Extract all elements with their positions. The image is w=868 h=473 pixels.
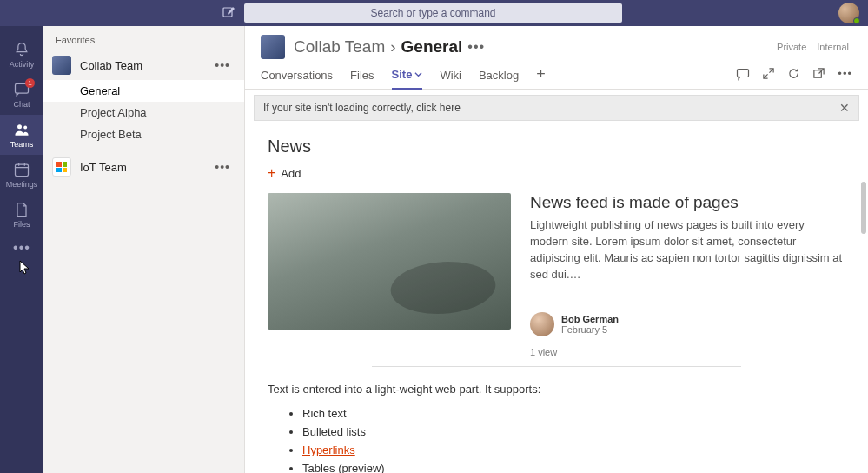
rail-chat[interactable]: 1 Chat bbox=[0, 75, 43, 115]
channel-header: Collab Team › General ••• Private Intern… bbox=[245, 26, 868, 59]
channel-general[interactable]: General bbox=[43, 80, 244, 102]
team-more-icon[interactable]: ••• bbox=[209, 160, 235, 174]
team-more-icon[interactable]: ••• bbox=[209, 58, 235, 72]
channel-avatar-icon bbox=[261, 35, 285, 59]
team-iot[interactable]: IoT Team ••• bbox=[43, 152, 244, 182]
close-icon[interactable]: ✕ bbox=[839, 101, 850, 115]
breadcrumb-team[interactable]: Collab Team bbox=[294, 37, 385, 57]
news-article[interactable]: News feed is made of pages Lightweight p… bbox=[268, 193, 845, 357]
chevron-down-icon bbox=[414, 70, 422, 78]
teams-sidebar: Favorites Collab Team ••• General Projec… bbox=[43, 26, 245, 473]
author-name: Bob German bbox=[561, 314, 619, 324]
tab-files[interactable]: Files bbox=[350, 65, 374, 89]
article-thumbnail bbox=[268, 193, 511, 330]
sidebar-header: Favorites bbox=[43, 26, 244, 50]
article-author: Bob German February 5 bbox=[530, 312, 845, 336]
hyperlinks-link[interactable]: Hyperlinks bbox=[302, 443, 355, 456]
add-label: Add bbox=[281, 167, 301, 180]
compose-icon[interactable] bbox=[222, 6, 235, 20]
breadcrumb-channel: General bbox=[401, 37, 463, 57]
article-title: News feed is made of pages bbox=[530, 193, 845, 212]
presence-indicator bbox=[853, 17, 860, 24]
news-heading: News bbox=[268, 137, 845, 157]
team-avatar-icon bbox=[52, 56, 71, 75]
list-item: Tables (preview) bbox=[302, 459, 845, 473]
svg-point-2 bbox=[17, 124, 22, 129]
badge-private: Private bbox=[773, 41, 810, 53]
divider bbox=[372, 366, 741, 367]
svg-rect-5 bbox=[738, 70, 749, 77]
webpart-intro: Text is entered into a light-weight web … bbox=[268, 383, 845, 396]
info-banner[interactable]: If your site isn't loading correctly, cl… bbox=[254, 95, 859, 121]
team-name: Collab Team bbox=[80, 59, 201, 72]
team-name: IoT Team bbox=[80, 161, 201, 174]
rail-files[interactable]: Files bbox=[0, 195, 43, 235]
article-views: 1 view bbox=[530, 347, 845, 357]
rail-label: Meetings bbox=[6, 180, 38, 189]
rail-label: Chat bbox=[13, 100, 30, 109]
rail-meetings[interactable]: Meetings bbox=[0, 155, 43, 195]
rail-label: Files bbox=[13, 220, 30, 229]
list-item: Hyperlinks bbox=[302, 441, 845, 459]
channel-project-beta[interactable]: Project Beta bbox=[43, 123, 244, 145]
tab-content: News + Add News feed is made of pages Li… bbox=[245, 121, 868, 473]
breadcrumb: Collab Team › General ••• bbox=[294, 37, 485, 57]
refresh-icon[interactable] bbox=[787, 67, 800, 81]
rail-more-icon[interactable]: ••• bbox=[13, 240, 30, 256]
scrollbar-thumb[interactable] bbox=[861, 182, 866, 234]
expand-icon[interactable] bbox=[762, 67, 775, 81]
chevron-right-icon: › bbox=[390, 37, 395, 57]
rail-label: Teams bbox=[10, 140, 34, 149]
add-tab-button[interactable]: + bbox=[536, 65, 546, 89]
breadcrumb-more-icon[interactable]: ••• bbox=[467, 39, 485, 55]
plus-icon: + bbox=[268, 165, 275, 181]
chat-badge: 1 bbox=[25, 78, 35, 88]
team-avatar-icon bbox=[52, 157, 71, 177]
list-item: Rich text bbox=[302, 404, 845, 423]
rail-activity[interactable]: Activity bbox=[0, 35, 43, 75]
article-description: Lightweight publishing of news pages is … bbox=[530, 217, 845, 283]
tab-more-icon[interactable]: ••• bbox=[838, 67, 852, 81]
rail-teams[interactable]: Teams bbox=[0, 115, 43, 155]
tab-conversations[interactable]: Conversations bbox=[261, 65, 333, 89]
tab-backlog[interactable]: Backlog bbox=[479, 65, 519, 89]
svg-point-3 bbox=[23, 126, 27, 130]
channel-project-alpha[interactable]: Project Alpha bbox=[43, 102, 244, 123]
tab-bar: Conversations Files Site Wiki Backlog + … bbox=[245, 59, 868, 90]
privacy-badges: Private Internal bbox=[773, 41, 852, 53]
main-panel: Collab Team › General ••• Private Intern… bbox=[245, 26, 868, 473]
svg-rect-4 bbox=[16, 164, 29, 176]
author-avatar bbox=[530, 312, 554, 336]
tab-site[interactable]: Site bbox=[392, 64, 423, 90]
app-rail: Activity 1 Chat Teams Meetings Files ••• bbox=[0, 26, 43, 473]
article-date: February 5 bbox=[561, 324, 619, 335]
rail-label: Activity bbox=[10, 60, 35, 69]
tab-wiki[interactable]: Wiki bbox=[440, 65, 461, 89]
add-news-button[interactable]: + Add bbox=[268, 165, 845, 181]
popout-icon[interactable] bbox=[812, 67, 825, 81]
reply-icon[interactable] bbox=[736, 67, 750, 81]
team-collab[interactable]: Collab Team ••• bbox=[43, 50, 244, 80]
title-bar: Search or type a command bbox=[0, 0, 868, 26]
banner-text: If your site isn't loading correctly, cl… bbox=[263, 102, 461, 114]
feature-list: Rich text Bulleted lists Hyperlinks Tabl… bbox=[268, 404, 845, 473]
badge-internal: Internal bbox=[813, 41, 852, 53]
svg-rect-6 bbox=[814, 70, 821, 77]
list-item: Bulleted lists bbox=[302, 423, 845, 441]
search-input[interactable]: Search or type a command bbox=[244, 3, 622, 23]
